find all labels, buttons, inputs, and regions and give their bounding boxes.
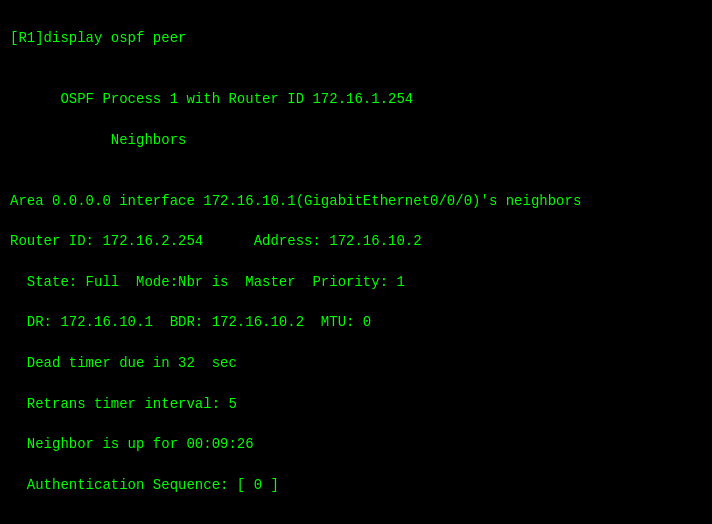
area1-dead: Dead timer due in 32 sec — [10, 353, 702, 373]
neighbors-header-1: Neighbors — [10, 130, 702, 150]
area1-interface: Area 0.0.0.0 interface 172.16.10.1(Gigab… — [10, 191, 702, 211]
area1-router-id: Router ID: 172.16.2.254 Address: 172.16.… — [10, 231, 702, 251]
area1-state: State: Full Mode:Nbr is Master Priority:… — [10, 272, 702, 292]
area1-retrans: Retrans timer interval: 5 — [10, 394, 702, 414]
area1-dr: DR: 172.16.10.1 BDR: 172.16.10.2 MTU: 0 — [10, 312, 702, 332]
area1-auth: Authentication Sequence: [ 0 ] — [10, 475, 702, 495]
ospf-process: OSPF Process 1 with Router ID 172.16.1.2… — [10, 89, 702, 109]
area1-neighbor-up: Neighbor is up for 00:09:26 — [10, 434, 702, 454]
terminal: [R1]display ospf peer OSPF Process 1 wit… — [0, 0, 712, 524]
prompt-start: [R1]display ospf peer — [10, 28, 702, 48]
